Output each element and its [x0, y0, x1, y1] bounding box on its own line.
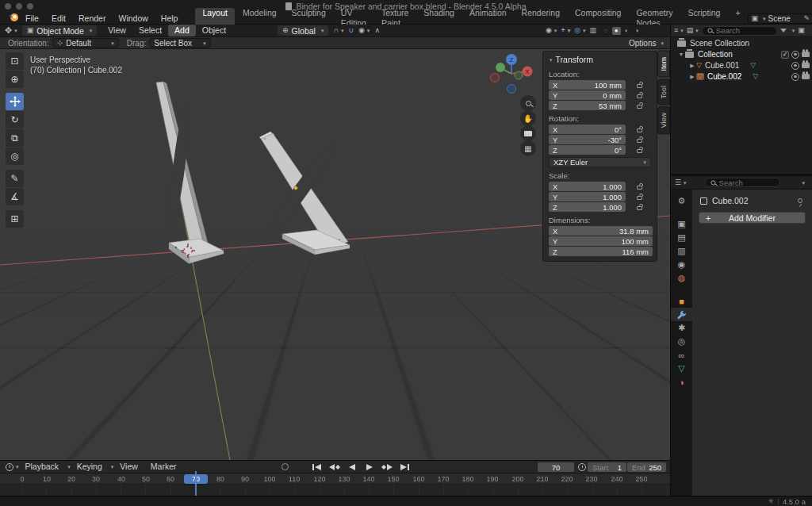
menu-object[interactable]: Object [196, 25, 232, 36]
editor-type-button[interactable]: ☰▾ [675, 179, 687, 186]
tab-object[interactable]: ■ [671, 294, 692, 308]
scene-selector[interactable]: ▣ ▾ Scene ✎ ▣ [748, 13, 812, 24]
xray-toggle-icon[interactable]: ▥ [590, 27, 597, 34]
tool-move[interactable] [6, 93, 24, 110]
collapse-icon[interactable]: ▼ [677, 52, 685, 57]
tool-cursor[interactable]: ⊕ [6, 71, 24, 88]
outliner-row-scene-collection[interactable]: Scene Collection [671, 38, 812, 48]
orientation-dropdown[interactable]: ⊹ Default ▾ [52, 38, 119, 48]
snap-target-icon[interactable]: ∩▾ [333, 27, 343, 34]
tool-measure[interactable]: ∡ [6, 188, 24, 205]
shading-wireframe-button[interactable]: ◌ [602, 27, 611, 35]
play-reverse-button[interactable] [349, 464, 355, 470]
sidebar-tab-view[interactable]: View [657, 106, 670, 134]
object-cube-002[interactable] [259, 132, 350, 255]
rotation-z-field[interactable]: Z0° [549, 145, 626, 155]
timeline-editor-icon[interactable] [6, 463, 13, 471]
pin-scene-icon[interactable]: ✎ [804, 15, 810, 22]
blender-logo-icon[interactable] [8, 13, 19, 24]
dimensions-y-field[interactable]: Y100 mm [549, 236, 653, 246]
tool-scale[interactable]: ⧉ [6, 129, 24, 147]
sidebar-tab-tool[interactable]: Tool [657, 79, 670, 105]
sidebar-tab-item[interactable]: Item [657, 51, 670, 78]
tab-constraints[interactable]: ∞ [671, 348, 692, 362]
proportional-editing-icon[interactable]: ◉▾ [358, 27, 370, 34]
show-hide-icon[interactable]: ◉▾ [546, 27, 557, 34]
menu-help[interactable]: Help [155, 13, 185, 25]
menu-keying[interactable]: Keying [71, 461, 109, 473]
filter-funnel-icon[interactable] [780, 29, 787, 33]
jump-prev-keyframe-button[interactable] [329, 464, 340, 470]
tab-render[interactable]: ▣ [671, 217, 692, 231]
outliner-row-collection[interactable]: ▼ Collection ✓ [671, 49, 812, 59]
drag-dropdown[interactable]: Select Box ▾ [149, 38, 211, 48]
tab-scene[interactable]: ◉ [671, 258, 692, 271]
menu-view-timeline[interactable]: View [113, 461, 144, 473]
snap-magnet-icon[interactable]: ∪ [348, 27, 354, 34]
mode-dropdown[interactable]: ▣ Object Mode ▾ [22, 25, 98, 36]
tab-modifiers[interactable] [671, 308, 692, 321]
gizmos-toggle-icon[interactable]: +▾ [561, 27, 570, 34]
chevron-down-icon[interactable]: ▾ [802, 180, 805, 186]
jump-next-keyframe-button[interactable] [381, 464, 393, 470]
tab-particles[interactable]: ✱ [671, 321, 692, 335]
tab-material[interactable]: ◑ [671, 375, 692, 389]
dimensions-x-field[interactable]: X31.8 mm [549, 226, 653, 236]
properties-search[interactable] [705, 178, 780, 187]
options-dropdown[interactable]: Options ▾ [629, 39, 664, 48]
tool-select-box[interactable]: ⊡ [6, 52, 24, 70]
menu-file[interactable]: File [19, 13, 45, 25]
hide-eye-icon[interactable] [791, 73, 799, 81]
disable-render-camera-icon[interactable] [802, 52, 810, 57]
play-button[interactable] [366, 464, 373, 470]
tab-world[interactable]: ◍ [671, 271, 692, 285]
expand-icon[interactable]: ▶ [688, 63, 696, 69]
zoom-view-button[interactable] [520, 95, 536, 111]
jump-to-start-button[interactable] [312, 464, 321, 470]
scale-y-field[interactable]: Y1.000 [549, 192, 626, 201]
location-x-field[interactable]: X100 mm [549, 80, 626, 90]
menu-select[interactable]: Select [132, 25, 168, 36]
disable-render-camera-icon[interactable] [802, 74, 810, 79]
start-frame-field[interactable]: Start1 [588, 462, 626, 472]
rotation-mode-dropdown[interactable]: XZY Euler▾ [549, 157, 651, 167]
lock-icon[interactable] [637, 91, 644, 99]
lock-icon[interactable] [637, 125, 644, 133]
falloff-icon[interactable]: ∧ [374, 27, 380, 34]
timeline-track[interactable] [0, 485, 670, 496]
menu-view[interactable]: View [102, 25, 132, 36]
gizmo-negative-z-axis[interactable] [508, 85, 516, 94]
collection-checkbox[interactable]: ✓ [781, 51, 789, 59]
editor-type-button[interactable]: ✥ [5, 26, 12, 35]
tab-physics[interactable]: ◎ [671, 335, 692, 348]
playhead-line[interactable] [195, 471, 197, 496]
tab-view-layer[interactable]: ▥ [671, 244, 692, 258]
dimensions-z-field[interactable]: Z116 mm [549, 247, 653, 256]
menu-playback[interactable]: Playback [19, 461, 66, 473]
rotation-x-field[interactable]: X0° [549, 125, 626, 134]
outliner-filter-mode-button[interactable]: ▤▾ [687, 27, 699, 34]
tool-rotate[interactable]: ↻ [6, 111, 24, 128]
jump-to-end-button[interactable] [400, 464, 409, 470]
lock-icon[interactable] [637, 193, 644, 201]
tab-output[interactable]: ▤ [671, 231, 692, 244]
add-modifier-button[interactable]: + Add Modifier [699, 212, 806, 224]
lock-icon[interactable] [637, 81, 644, 89]
pin-icon[interactable] [798, 198, 802, 203]
gizmo-y-axis[interactable] [496, 63, 505, 72]
rotation-y-field[interactable]: Y-30° [549, 135, 626, 144]
new-collection-button[interactable]: ▣ [798, 27, 805, 34]
tool-transform[interactable]: ◎ [6, 148, 24, 165]
transform-orientation-dropdown[interactable]: ⊕ Global ▾ [278, 25, 328, 36]
hide-eye-icon[interactable] [791, 62, 799, 70]
end-frame-field[interactable]: End250 [627, 462, 666, 472]
transform-panel-header[interactable]: ▾Transform [543, 52, 657, 66]
camera-view-button[interactable] [520, 125, 536, 141]
perspective-toggle-button[interactable]: ▦ [520, 140, 536, 156]
current-frame-field[interactable]: 70 [538, 462, 574, 472]
menu-render[interactable]: Render [72, 13, 112, 25]
location-y-field[interactable]: Y0 mm [549, 90, 626, 100]
auto-keying-clock-icon[interactable] [578, 463, 586, 471]
scale-z-field[interactable]: Z1.000 [549, 202, 626, 212]
expand-icon[interactable]: ▶ [688, 74, 696, 80]
